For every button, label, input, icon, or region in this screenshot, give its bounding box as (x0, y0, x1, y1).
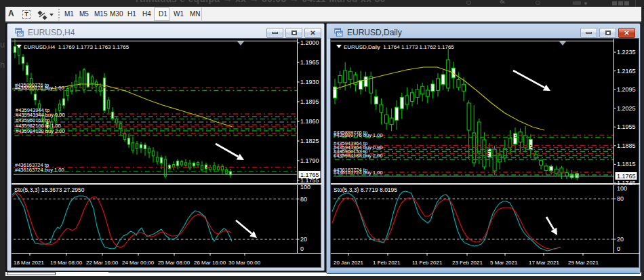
svg-text:0: 0 (300, 245, 304, 252)
svg-text:23 Feb 2021: 23 Feb 2021 (452, 260, 483, 266)
svg-text:80: 80 (300, 196, 307, 203)
svg-text:#435984188 buy 2.00: #435984188 buy 2.00 (334, 153, 383, 159)
svg-text:1.1765: 1.1765 (300, 172, 319, 178)
svg-text:Sto(5,3,3) 8.7719 8.0195: Sto(5,3,3) 8.7719 8.0195 (334, 186, 397, 193)
svg-text:#435899776 buy 1.00: #435899776 buy 1.00 (15, 85, 64, 91)
svg-text:#436163724 buy 1.00: #436163724 buy 1.00 (15, 167, 64, 173)
svg-text:1 Feb 2021: 1 Feb 2021 (373, 260, 401, 266)
svg-text:#435984188 buy 2.00: #435984188 buy 2.00 (16, 128, 65, 134)
svg-text:30 Mar 00:00: 30 Mar 00:00 (228, 260, 261, 266)
svg-text:80: 80 (617, 195, 624, 202)
svg-text:20 Jan 2021: 20 Jan 2021 (334, 260, 364, 266)
svg-text:#435899776 buy 1.00: #435899776 buy 1.00 (334, 132, 383, 138)
svg-text:25 Mar 08:00: 25 Mar 08:00 (158, 260, 190, 266)
svg-text:24 Mar 00:00: 24 Mar 00:00 (122, 260, 155, 266)
svg-text:1.1815: 1.1815 (617, 161, 636, 167)
svg-text:19 Mar 08:00: 19 Mar 08:00 (50, 260, 83, 266)
svg-text:100: 100 (617, 185, 627, 192)
svg-text:1.1895: 1.1895 (300, 98, 319, 105)
svg-text:1.2095: 1.2095 (617, 86, 636, 93)
svg-text:20: 20 (617, 236, 624, 243)
svg-text:1.1965: 1.1965 (300, 59, 319, 66)
svg-text:Sto(5,3,3) 18.3673 27.2950: Sto(5,3,3) 18.3673 27.2950 (14, 186, 85, 193)
svg-text:17 Mar 2021: 17 Mar 2021 (529, 260, 559, 266)
svg-text:1.2235: 1.2235 (617, 49, 636, 56)
svg-text:11 Feb 2021: 11 Feb 2021 (412, 260, 443, 266)
svg-text:1.2165: 1.2165 (617, 68, 636, 75)
svg-text:1.1955: 1.1955 (617, 123, 636, 130)
svg-text:5 Mar 2021: 5 Mar 2021 (490, 260, 518, 266)
svg-text:1.1930: 1.1930 (300, 79, 319, 85)
svg-text:20: 20 (300, 236, 307, 243)
svg-text:1.1825: 1.1825 (300, 138, 319, 144)
svg-text:22 Mar 16:00: 22 Mar 16:00 (86, 260, 119, 266)
svg-text:1.1860: 1.1860 (300, 118, 319, 125)
svg-text:1.1790: 1.1790 (300, 157, 319, 164)
svg-text:0: 0 (617, 245, 620, 252)
svg-text:EURUSD,Daily 1.1764 1.1773 1.: EURUSD,Daily 1.1764 1.1773 1.1762 1.1765 (344, 44, 454, 50)
svg-text:1.1765: 1.1765 (617, 173, 636, 180)
svg-text:18 Mar 2021: 18 Mar 2021 (14, 260, 44, 266)
svg-text:29 Mar 2021: 29 Mar 2021 (568, 260, 599, 266)
svg-text:26 Mar 16:00: 26 Mar 16:00 (194, 260, 226, 266)
svg-text:100: 100 (300, 184, 310, 191)
svg-text:1.2000: 1.2000 (300, 39, 319, 46)
svg-text:#436163724 buy 1.00: #436163724 buy 1.00 (334, 169, 383, 176)
svg-text:1.1885: 1.1885 (617, 142, 636, 149)
svg-text:EURUSD,H4 1.1769 1.1773 1.176: EURUSD,H4 1.1769 1.1773 1.1763 1.1765 (24, 44, 129, 50)
svg-text:1.2025: 1.2025 (617, 105, 636, 112)
